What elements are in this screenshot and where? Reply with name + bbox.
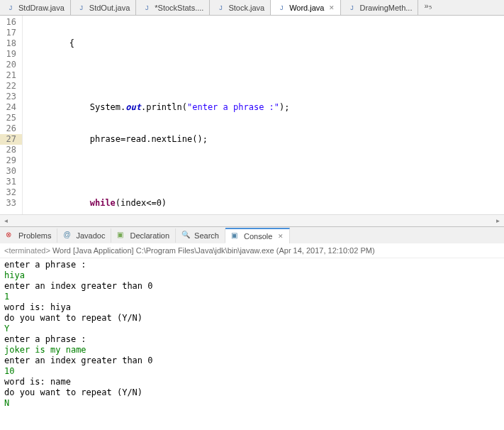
line-number-warning: 27 xyxy=(0,134,22,145)
tab-label: Stock.java xyxy=(228,4,264,12)
console-input-line: joker is my name xyxy=(4,345,500,355)
line-number: 33 xyxy=(0,198,22,209)
java-file-icon: J xyxy=(6,3,16,13)
code-area[interactable]: { System.out.println("enter a phrase :")… xyxy=(23,16,504,214)
editor-tab-bar: JStdDraw.java JStdOut.java J*StockStats.… xyxy=(0,0,504,16)
tab-drawingmeth[interactable]: JDrawingMeth... xyxy=(341,0,418,15)
tab-search[interactable]: 🔍Search xyxy=(176,228,225,243)
tab-word[interactable]: JWord.java✕ xyxy=(271,0,341,15)
problems-icon: ⊗ xyxy=(6,231,16,241)
console-input-line: hiya xyxy=(4,270,500,281)
launch-config-label: Word [Java Application] C:\Program Files… xyxy=(50,246,375,255)
scroll-left-icon[interactable]: ◄ xyxy=(0,215,12,227)
line-number: 22 xyxy=(0,81,22,92)
console-input-line: 1 xyxy=(4,292,500,302)
line-number: 23 xyxy=(0,92,22,102)
code-editor[interactable]: 16 17 18 19 20 21 22 23 24 25 26 27 28 2… xyxy=(0,16,504,214)
tab-console[interactable]: ▣Console✕ xyxy=(225,228,290,243)
console-line: word is: hiya xyxy=(4,302,500,313)
search-icon: 🔍 xyxy=(181,231,191,241)
line-number: 25 xyxy=(0,113,22,123)
bottom-tab-bar: ⊗Problems @Javadoc ▣Declaration 🔍Search … xyxy=(0,226,504,243)
more-tabs-icon[interactable]: »₅ xyxy=(418,0,437,15)
console-output[interactable]: enter a phrase : hiya enter an index gre… xyxy=(0,258,504,410)
tab-javadoc[interactable]: @Javadoc xyxy=(57,228,111,243)
line-number: 18 xyxy=(0,38,22,49)
line-number: 17 xyxy=(0,28,22,38)
javadoc-icon: @ xyxy=(63,231,73,241)
console-line: do you want to repeat (Y/N) xyxy=(4,313,500,324)
tab-label: DrawingMeth... xyxy=(359,4,412,12)
tab-label: Console xyxy=(244,232,272,241)
tab-stdout[interactable]: JStdOut.java xyxy=(71,0,136,15)
declaration-icon: ▣ xyxy=(117,231,127,241)
terminated-label: <terminated> xyxy=(4,246,50,255)
line-number: 28 xyxy=(0,145,22,155)
java-file-icon: J xyxy=(77,3,86,13)
console-line: enter an index greater than 0 xyxy=(4,281,500,292)
tab-label: Javadoc xyxy=(76,231,105,240)
line-number: 16 xyxy=(0,17,22,28)
console-input-line: N xyxy=(4,398,500,409)
line-number: 31 xyxy=(0,177,22,187)
scroll-right-icon[interactable]: ► xyxy=(492,215,504,227)
line-number: 29 xyxy=(0,155,22,166)
console-line: enter an index greater than 0 xyxy=(4,355,500,366)
console-line: enter a phrase : xyxy=(4,334,500,345)
line-number: 24 xyxy=(0,102,22,113)
close-icon[interactable]: ✕ xyxy=(329,4,335,11)
line-number: 30 xyxy=(0,166,22,177)
tab-stddraw[interactable]: JStdDraw.java xyxy=(0,0,71,15)
console-icon: ▣ xyxy=(231,231,241,241)
line-number: 19 xyxy=(0,49,22,60)
console-input-line: Y xyxy=(4,324,500,334)
tab-label: Problems xyxy=(18,231,51,240)
tab-label: Declaration xyxy=(130,231,169,240)
tab-label: StdOut.java xyxy=(89,4,130,12)
console-header: <terminated> Word [Java Application] C:\… xyxy=(0,243,504,258)
console-line: do you want to repeat (Y/N) xyxy=(4,387,500,398)
close-icon[interactable]: ✕ xyxy=(278,233,284,240)
console-line: word is: name xyxy=(4,377,500,387)
tab-label: StdDraw.java xyxy=(18,4,65,12)
java-file-icon: J xyxy=(215,3,225,13)
line-number: 26 xyxy=(0,123,22,134)
tab-label: *StockStats.... xyxy=(155,4,203,12)
tab-declaration[interactable]: ▣Declaration xyxy=(111,228,176,243)
tab-label: Search xyxy=(194,231,219,240)
line-number: 21 xyxy=(0,70,22,81)
java-file-icon: J xyxy=(276,3,286,13)
line-number: 20 xyxy=(0,60,22,70)
tab-stockstats[interactable]: J*StockStats.... xyxy=(136,0,210,15)
java-file-icon: J xyxy=(347,3,357,13)
java-file-icon: J xyxy=(142,3,152,13)
tab-label: Word.java xyxy=(289,4,324,12)
console-input-line: 10 xyxy=(4,366,500,377)
line-number-gutter: 16 17 18 19 20 21 22 23 24 25 26 27 28 2… xyxy=(0,16,23,214)
line-number: 32 xyxy=(0,187,22,198)
horizontal-scrollbar[interactable]: ◄ ► xyxy=(0,214,504,226)
console-line: enter a phrase : xyxy=(4,260,500,270)
tab-problems[interactable]: ⊗Problems xyxy=(0,228,57,243)
tab-stock[interactable]: JStock.java xyxy=(210,0,271,15)
